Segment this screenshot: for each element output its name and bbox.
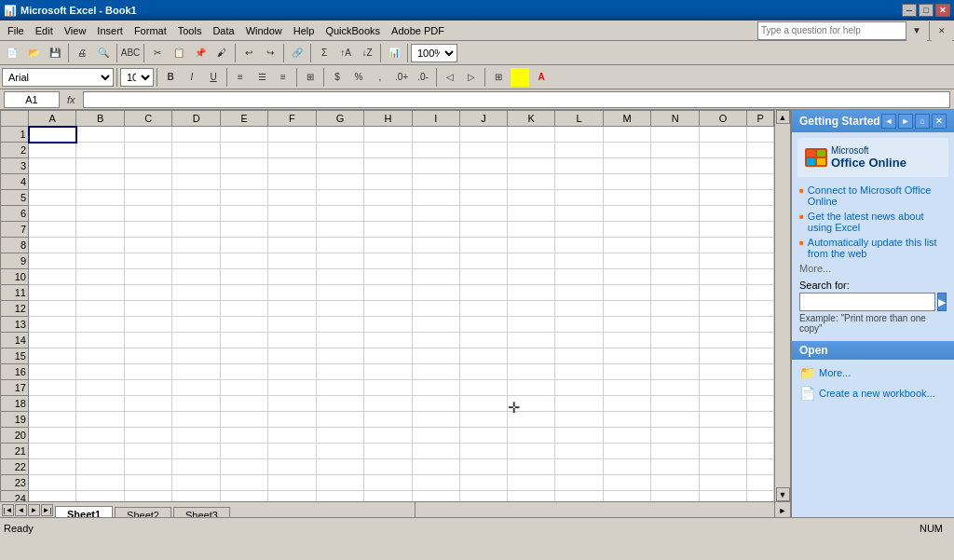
cell-E17[interactable]: [220, 380, 267, 396]
save-btn[interactable]: 💾: [45, 43, 65, 63]
cell-F20[interactable]: [268, 428, 316, 444]
cell-A8[interactable]: [29, 238, 76, 253]
cell-E15[interactable]: [220, 348, 267, 364]
cell-E23[interactable]: [220, 475, 267, 491]
cell-K18[interactable]: [508, 396, 555, 412]
cell-J14[interactable]: [459, 333, 507, 348]
copy-btn[interactable]: 📋: [169, 43, 189, 63]
tab-prev-btn[interactable]: ◄: [15, 504, 27, 516]
col-header-G[interactable]: G: [316, 111, 364, 127]
cell-K20[interactable]: [508, 428, 555, 444]
cell-O3[interactable]: [699, 158, 747, 174]
percent-btn[interactable]: %: [348, 67, 369, 88]
paste-btn[interactable]: 📌: [190, 43, 211, 63]
cell-D2[interactable]: [172, 143, 220, 158]
cut-btn[interactable]: ✂: [147, 43, 168, 63]
cell-A5[interactable]: [29, 190, 76, 206]
cell-P12[interactable]: [747, 301, 774, 317]
cell-B24[interactable]: [76, 491, 124, 502]
cell-E6[interactable]: [220, 206, 267, 222]
cell-B2[interactable]: [76, 143, 124, 158]
cell-E3[interactable]: [220, 158, 267, 174]
open-more-link[interactable]: 📁 More...: [799, 365, 947, 380]
cell-N4[interactable]: [651, 174, 699, 190]
cell-B23[interactable]: [76, 475, 124, 491]
col-header-D[interactable]: D: [172, 111, 220, 127]
cell-A24[interactable]: [29, 491, 76, 502]
panel-link-3[interactable]: ■ Automatically update this list from th…: [799, 237, 947, 259]
panel-back-btn[interactable]: ◄: [881, 114, 896, 129]
cell-C24[interactable]: [124, 491, 171, 502]
cell-C11[interactable]: [124, 285, 171, 301]
cell-E16[interactable]: [220, 364, 267, 380]
cell-P3[interactable]: [747, 158, 774, 174]
col-header-O[interactable]: O: [699, 111, 747, 127]
cell-K7[interactable]: [508, 222, 555, 238]
cell-F14[interactable]: [268, 333, 316, 348]
close-button[interactable]: ✕: [935, 4, 950, 17]
cell-B12[interactable]: [76, 301, 124, 317]
cell-A4[interactable]: [29, 174, 76, 190]
menu-edit[interactable]: Edit: [30, 23, 59, 38]
cell-E22[interactable]: [220, 459, 267, 475]
row-header-15[interactable]: 15: [1, 348, 29, 364]
cell-M6[interactable]: [603, 206, 651, 222]
cell-P16[interactable]: [747, 364, 774, 380]
cell-M2[interactable]: [603, 143, 651, 158]
cell-P4[interactable]: [747, 174, 774, 190]
cell-L4[interactable]: [555, 174, 603, 190]
cell-H14[interactable]: [364, 333, 412, 348]
cell-I22[interactable]: [412, 459, 459, 475]
cell-J24[interactable]: [459, 491, 507, 502]
cell-M4[interactable]: [603, 174, 651, 190]
cell-A2[interactable]: [29, 143, 76, 158]
cell-O23[interactable]: [699, 475, 747, 491]
col-header-C[interactable]: C: [124, 111, 171, 127]
cell-M19[interactable]: [603, 412, 651, 428]
cell-reference-input[interactable]: [4, 91, 60, 108]
cell-B4[interactable]: [76, 174, 124, 190]
cell-J22[interactable]: [459, 459, 507, 475]
cell-G20[interactable]: [316, 428, 364, 444]
row-header-18[interactable]: 18: [1, 396, 29, 412]
cell-F24[interactable]: [268, 491, 316, 502]
cell-J7[interactable]: [459, 222, 507, 238]
minimize-button[interactable]: ─: [902, 4, 917, 17]
cell-L17[interactable]: [555, 380, 603, 396]
cell-J4[interactable]: [459, 174, 507, 190]
cell-O19[interactable]: [699, 412, 747, 428]
cell-L14[interactable]: [555, 333, 603, 348]
cell-I5[interactable]: [412, 190, 459, 206]
cell-D7[interactable]: [172, 222, 220, 238]
cell-D13[interactable]: [172, 317, 220, 333]
cell-D11[interactable]: [172, 285, 220, 301]
cell-A14[interactable]: [29, 333, 76, 348]
cell-I19[interactable]: [412, 412, 459, 428]
cell-D16[interactable]: [172, 364, 220, 380]
cell-B19[interactable]: [76, 412, 124, 428]
cell-N1[interactable]: [651, 127, 699, 143]
cell-I13[interactable]: [412, 317, 459, 333]
cell-I9[interactable]: [412, 253, 459, 269]
panel-forward-btn[interactable]: ►: [898, 114, 913, 129]
cell-F19[interactable]: [268, 412, 316, 428]
menu-insert[interactable]: Insert: [91, 23, 129, 38]
cell-B1[interactable]: [76, 127, 124, 143]
cell-C8[interactable]: [124, 238, 171, 253]
cell-F17[interactable]: [268, 380, 316, 396]
cell-I12[interactable]: [412, 301, 459, 317]
decrease-decimal-btn[interactable]: .0-: [413, 67, 433, 88]
sort-desc-btn[interactable]: ↓Z: [357, 43, 377, 63]
spell-btn[interactable]: ABC: [120, 43, 141, 63]
tab-next-btn[interactable]: ►: [28, 504, 40, 516]
cell-G15[interactable]: [316, 348, 364, 364]
row-header-17[interactable]: 17: [1, 380, 29, 396]
cell-G10[interactable]: [316, 269, 364, 285]
cell-L23[interactable]: [555, 475, 603, 491]
align-right-btn[interactable]: ≡: [273, 67, 293, 88]
cell-P19[interactable]: [747, 412, 774, 428]
cell-A1[interactable]: [29, 127, 76, 143]
cell-A15[interactable]: [29, 348, 76, 364]
indent-increase-btn[interactable]: ▷: [461, 67, 482, 88]
cell-F12[interactable]: [268, 301, 316, 317]
